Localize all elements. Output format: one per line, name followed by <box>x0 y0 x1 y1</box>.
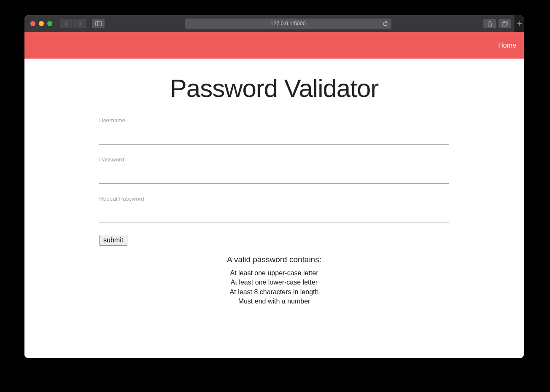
chevron-right-icon <box>78 21 82 26</box>
password-field: Password <box>99 156 449 184</box>
rule-item: At least 8 characters in length <box>99 287 449 297</box>
share-button[interactable] <box>483 19 496 28</box>
svg-rect-0 <box>95 21 101 26</box>
reload-button[interactable] <box>383 21 388 27</box>
rules-title: A valid password contains: <box>99 255 449 264</box>
navbar: Home <box>24 32 524 59</box>
submit-button[interactable]: submit <box>99 235 127 246</box>
repeat-password-label: Repeat Password <box>99 196 449 202</box>
minimize-window-button[interactable] <box>39 21 44 26</box>
repeat-password-input[interactable] <box>99 204 449 223</box>
main-container: Password Validator Username Password Rep… <box>99 74 449 306</box>
browser-titlebar: 127.0.0.1:5000 <box>24 15 524 32</box>
username-field: Username <box>99 117 449 145</box>
password-input[interactable] <box>99 165 449 184</box>
sidebar-icon <box>95 21 102 26</box>
tabs-icon <box>502 21 508 27</box>
home-link[interactable]: Home <box>498 42 516 49</box>
page-title: Password Validator <box>99 74 449 103</box>
reload-icon <box>383 21 388 27</box>
repeat-password-field: Repeat Password <box>99 196 449 223</box>
sidebar-toggle-button[interactable] <box>92 19 105 28</box>
toolbar-right <box>483 15 518 32</box>
new-tab-button[interactable] <box>515 15 524 32</box>
username-input[interactable] <box>99 126 449 145</box>
url-text: 127.0.0.1:5000 <box>270 21 305 27</box>
maximize-window-button[interactable] <box>47 21 52 26</box>
window-controls <box>30 21 52 26</box>
password-label: Password <box>99 156 449 163</box>
svg-rect-2 <box>502 22 506 26</box>
tabs-button[interactable] <box>499 19 511 28</box>
address-bar[interactable]: 127.0.0.1:5000 <box>185 19 391 29</box>
password-rules: A valid password contains: At least one … <box>99 255 449 306</box>
forward-button[interactable] <box>73 19 86 28</box>
rule-item: At least one upper-case letter <box>99 268 449 278</box>
close-window-button[interactable] <box>30 21 35 26</box>
rule-item: Must end with a number <box>99 297 449 306</box>
page-content: Home Password Validator Username Passwor… <box>24 32 524 358</box>
plus-icon <box>517 21 522 26</box>
rule-item: At least one lower-case letter <box>99 278 449 287</box>
username-label: Username <box>99 117 449 124</box>
nav-button-group <box>60 19 86 28</box>
browser-window: 127.0.0.1:5000 Home Password Validator U… <box>24 15 524 358</box>
share-icon <box>487 21 493 27</box>
rules-list: At least one upper-case letter At least … <box>99 268 449 306</box>
back-button[interactable] <box>60 19 73 28</box>
chevron-left-icon <box>65 21 68 26</box>
